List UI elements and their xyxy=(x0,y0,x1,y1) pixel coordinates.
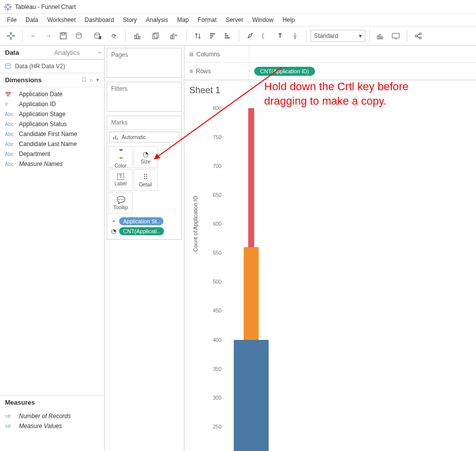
tooltip-icon: 💬 xyxy=(117,196,125,204)
menu-worksheet[interactable]: Worksheet xyxy=(43,15,80,24)
menu-window[interactable]: Window xyxy=(248,15,278,24)
bar-segment[interactable] xyxy=(248,108,254,247)
svg-point-38 xyxy=(5,63,10,65)
svg-point-37 xyxy=(419,37,421,39)
dimension-field[interactable]: 📅Application Date xyxy=(0,89,104,99)
tab-analytics[interactable]: Analytics xyxy=(49,46,98,59)
search-icon[interactable]: ⌕ xyxy=(90,77,93,83)
save-button[interactable] xyxy=(56,29,70,43)
y-tick: 350 xyxy=(213,366,221,371)
measure-field[interactable]: =#Number of Records xyxy=(0,411,104,421)
sort-asc-button[interactable] xyxy=(206,29,220,43)
menu-help[interactable]: Help xyxy=(279,15,299,24)
clear-button[interactable] xyxy=(165,29,182,43)
menu-map[interactable]: Map xyxy=(173,15,192,24)
y-tick: 750 xyxy=(213,135,221,140)
measure-field[interactable]: =#Measure Values xyxy=(0,421,104,431)
pages-card-header: Pages xyxy=(107,48,181,61)
fit-dropdown[interactable]: Standard▾ xyxy=(311,30,365,42)
pause-button[interactable] xyxy=(89,29,106,43)
menu-data[interactable]: Data xyxy=(21,15,42,24)
size-small-icon: ◔ xyxy=(110,228,117,235)
y-tick: 700 xyxy=(213,163,221,169)
tab-data[interactable]: Data xyxy=(0,46,49,59)
sort-desc-button[interactable] xyxy=(221,29,235,43)
mark-color[interactable]: ••••Color xyxy=(109,146,133,168)
svg-rect-12 xyxy=(60,33,66,39)
rows-shelf[interactable]: ≡Rows CNT(Application ID) xyxy=(184,63,476,80)
menu-analysis[interactable]: Analysis xyxy=(142,15,172,24)
rows-label: Rows xyxy=(196,68,211,75)
mark-tooltip[interactable]: 💬Tooltip xyxy=(109,192,133,214)
rows-icon: ≡ xyxy=(189,68,193,75)
tableau-icon[interactable] xyxy=(4,29,18,43)
svg-rect-2 xyxy=(4,6,7,7)
color-icon: •••• xyxy=(119,146,122,162)
new-datasource-button[interactable] xyxy=(71,29,88,43)
y-tick: 400 xyxy=(213,337,221,342)
cards-column: Pages Filters Marks Automatic ••••Color … xyxy=(105,46,184,451)
mark-detail[interactable]: ⠿Detail xyxy=(134,169,158,191)
svg-point-15 xyxy=(95,33,100,35)
svg-rect-18 xyxy=(135,35,136,39)
bar-segment[interactable] xyxy=(244,247,259,340)
annotation-text: Hold down the Crtl key before dragging t… xyxy=(264,80,444,108)
share-button[interactable] xyxy=(411,29,425,43)
measures-header: Measures xyxy=(0,395,104,409)
dimension-field[interactable]: AbcDepartment xyxy=(0,149,104,159)
color-dots-icon: •• xyxy=(110,219,117,224)
menu-caret-icon[interactable]: ▾ xyxy=(96,77,99,83)
refresh-button[interactable]: ⟳ xyxy=(107,29,121,43)
forward-button[interactable]: → xyxy=(41,29,55,43)
mark-pill-color[interactable]: •• Application St.. xyxy=(110,217,178,225)
mark-label[interactable]: TLabel xyxy=(109,169,133,191)
back-button[interactable]: ← xyxy=(26,29,40,43)
rows-pill[interactable]: CNT(Application ID) xyxy=(254,67,315,76)
view-icon[interactable]: ☷ xyxy=(82,77,87,83)
datasource-row[interactable]: Data (HR Data V2) xyxy=(0,60,104,73)
svg-rect-19 xyxy=(137,34,138,39)
dimension-field[interactable]: AbcCandidate First Name xyxy=(0,129,104,139)
columns-shelf[interactable]: iiiColumns xyxy=(184,46,476,63)
dimensions-header: Dimensions xyxy=(5,76,42,84)
new-sheet-button[interactable] xyxy=(130,29,147,43)
swap-button[interactable] xyxy=(191,29,205,43)
mark-size[interactable]: ◔Size xyxy=(134,146,158,168)
filters-card[interactable]: Filters xyxy=(107,82,182,112)
svg-rect-9 xyxy=(10,37,11,40)
duplicate-button[interactable] xyxy=(148,29,164,43)
menu-format[interactable]: Format xyxy=(194,15,221,24)
presentation-button[interactable] xyxy=(389,29,403,43)
toolbar: ← → ⟳ T Standard▾ xyxy=(0,26,476,46)
abc-icon: Abc xyxy=(5,161,16,167)
bar-chart xyxy=(221,108,281,451)
window-title: Tableau - Funnel Chart xyxy=(15,3,76,10)
group-button[interactable] xyxy=(258,29,272,43)
pin-button[interactable] xyxy=(288,29,302,43)
pages-card[interactable]: Pages xyxy=(107,48,182,78)
showhide-button[interactable] xyxy=(374,29,388,43)
menu-dashboard[interactable]: Dashboard xyxy=(81,15,118,24)
dimension-field[interactable]: AbcApplication Status xyxy=(0,119,104,129)
svg-rect-1 xyxy=(7,8,8,10)
mark-type-dropdown[interactable]: Automatic xyxy=(109,132,179,143)
menu-server[interactable]: Server xyxy=(222,15,247,24)
menu-file[interactable]: File xyxy=(3,15,20,24)
menu-story[interactable]: Story xyxy=(119,15,141,24)
svg-rect-13 xyxy=(62,33,65,35)
data-pane: Data Analytics ÷ Data (HR Data V2) Dimen… xyxy=(0,46,105,451)
highlight-button[interactable] xyxy=(243,29,257,43)
dimension-field[interactable]: AbcCandidate Last Name xyxy=(0,139,104,149)
mark-pill-size[interactable]: ◔ CNT(Applicati.. xyxy=(110,227,178,235)
dimension-field[interactable]: AbcMeasure Names xyxy=(0,159,104,169)
dimension-field[interactable]: AbcApplication Stage xyxy=(0,109,104,119)
bar-segment[interactable] xyxy=(234,340,269,451)
dimension-field[interactable]: #Application ID xyxy=(0,99,104,109)
y-tick: 800 xyxy=(213,106,221,111)
label-button[interactable]: T xyxy=(273,29,287,43)
abc-icon: Abc xyxy=(5,122,16,127)
tab-collapse-icon[interactable]: ÷ xyxy=(98,46,104,59)
svg-rect-26 xyxy=(210,35,213,36)
y-tick: 600 xyxy=(213,221,221,227)
size-icon: ◔ xyxy=(143,150,149,158)
